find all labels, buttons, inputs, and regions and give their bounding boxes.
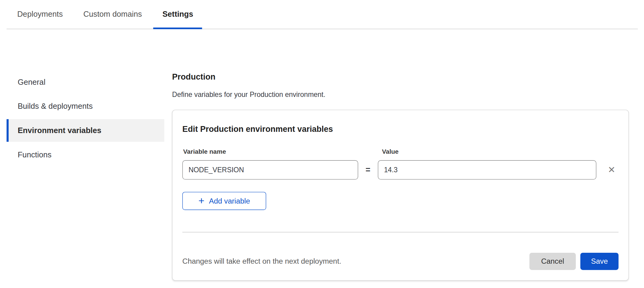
card-title: Edit Production environment variables <box>182 125 619 134</box>
tab-custom-domains[interactable]: Custom domains <box>74 0 151 29</box>
save-button[interactable]: Save <box>580 253 618 270</box>
tab-bar: Deployments Custom domains Settings <box>7 0 638 29</box>
section-description: Define variables for your Production env… <box>172 91 629 99</box>
card-divider <box>182 232 619 233</box>
remove-variable-button[interactable]: ✕ <box>605 163 618 177</box>
equals-sign: = <box>358 165 378 175</box>
tab-deployments[interactable]: Deployments <box>8 0 72 29</box>
sidebar-item-functions[interactable]: Functions <box>7 143 164 166</box>
variable-name-input[interactable] <box>182 160 358 180</box>
card-footer: Changes will take effect on the next dep… <box>182 253 619 270</box>
main-content: Production Define variables for your Pro… <box>172 72 629 281</box>
cancel-button[interactable]: Cancel <box>530 253 576 270</box>
variable-value-input[interactable] <box>378 160 596 180</box>
plus-icon: + <box>199 195 205 206</box>
add-variable-label: Add variable <box>209 197 250 205</box>
sidebar-item-builds-deployments[interactable]: Builds & deployments <box>7 95 164 117</box>
variable-row: = ✕ <box>182 160 619 180</box>
tab-settings[interactable]: Settings <box>153 0 202 29</box>
section-heading: Production <box>172 72 629 82</box>
field-labels-row: Variable name Value <box>182 148 619 155</box>
sidebar-item-environment-variables[interactable]: Environment variables <box>7 119 164 142</box>
deployment-note: Changes will take effect on the next dep… <box>182 257 530 266</box>
settings-page: Deployments Custom domains Settings Gene… <box>0 0 644 288</box>
settings-sidebar: General Builds & deployments Environment… <box>7 71 164 168</box>
close-icon: ✕ <box>608 165 615 175</box>
environment-variables-card: Edit Production environment variables Va… <box>172 110 629 281</box>
value-label: Value <box>378 148 398 155</box>
page-body: General Builds & deployments Environment… <box>0 29 644 281</box>
add-variable-button[interactable]: + Add variable <box>182 192 266 210</box>
variable-name-label: Variable name <box>182 148 378 155</box>
sidebar-item-general[interactable]: General <box>7 71 164 93</box>
